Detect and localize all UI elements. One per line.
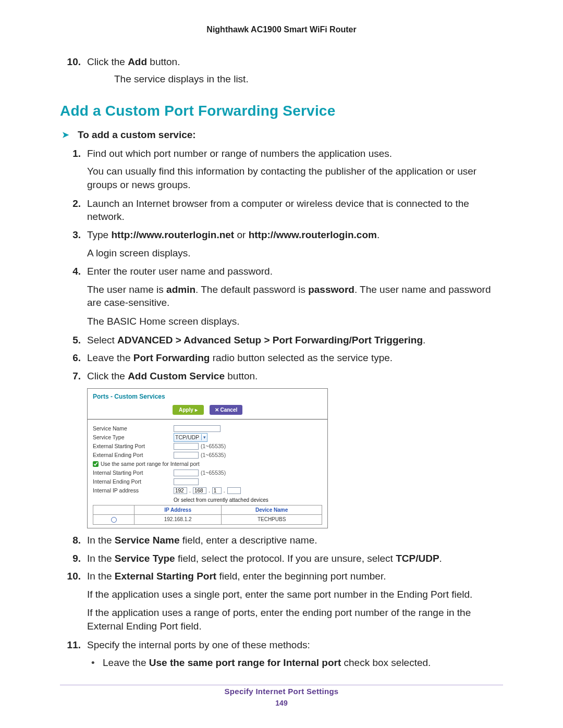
label-ext-end: External Ending Port [93,451,174,459]
service-name-input[interactable] [174,425,221,432]
list-item: 5.Select ADVANCED > Advanced Setup > Por… [60,334,503,347]
panel-title: Ports - Custom Services [88,389,327,402]
list-item: 3.Type http://www.routerlogin.net or htt… [60,228,503,242]
section-heading: Add a Custom Port Forwarding Service [60,101,503,121]
step-number: 5. [60,334,81,347]
label-ext-start: External Starting Port [93,442,174,450]
label-int-ip: Internal IP address [93,487,174,494]
pre-section-steps: 10. Click the Add button. The service di… [60,55,503,85]
row-radio[interactable] [111,517,117,523]
step-sub: The user name is admin. The default pass… [60,283,503,310]
router-ui-screenshot: Ports - Custom Services Apply ▸ ✕ Cancel… [87,388,328,528]
row-ip: 192.168.1.2 [134,515,222,525]
page-content: 10. Click the Add button. The service di… [60,55,503,673]
step-number: 1. [60,147,81,161]
step-number: 9. [60,552,81,565]
step-after: The service displays in the list. [87,72,503,86]
step-text: Enter the router user name and password. [87,266,273,277]
int-end-input[interactable] [174,478,199,485]
step-text: Click the Add Custom Service button. [87,371,258,381]
form-zone: Service Name Service Type TCP/UDP ▾ Exte… [88,419,327,528]
range-hint: (1~65535) [201,451,226,459]
button-row: Apply ▸ ✕ Cancel [88,402,327,420]
step-text: Leave the Port Forwarding radio button s… [87,352,393,363]
chevron-right-icon: ➤ [62,129,69,141]
step-number: 8. [60,534,81,547]
int-start-input[interactable] [174,470,199,476]
cancel-button[interactable]: ✕ Cancel [210,405,243,415]
step-text: In the Service Type field, select the pr… [87,553,442,564]
step-text: Type http://www.routerlogin.net or http:… [87,229,380,240]
chevron-down-icon: ▾ [201,434,206,440]
apply-button[interactable]: Apply ▸ [173,405,204,415]
step-number: 10. [60,55,81,69]
step-sub: A login screen displays. [60,246,503,260]
running-header: Nighthawk AC1900 Smart WiFi Router [0,25,563,34]
or-select-label: Or select from currently attached device… [93,495,322,504]
ip-octet-1[interactable] [174,487,187,494]
step-text: Select ADVANCED > Advanced Setup > Port … [87,335,425,346]
ext-start-input[interactable] [174,443,199,450]
lead-text: To add a custom service: [78,129,196,140]
step-10-pre: 10. Click the Add button. The service di… [60,55,503,85]
step-sub: If the application uses a range of ports… [60,606,503,633]
step-text: In the Service Name field, enter a descr… [87,535,317,546]
col-ip: IP Address [134,505,222,515]
label-int-start: Internal Starting Port [93,469,174,476]
label-service-name: Service Name [93,425,174,432]
step-text: Find out which port number or range of n… [87,148,392,159]
col-device: Device Name [222,505,322,515]
same-port-checkbox[interactable] [93,461,99,467]
service-type-value: TCP/UDP [175,434,199,441]
list-item: 2.Launch an Internet browser from a comp… [60,197,503,224]
label-int-end: Internal Ending Port [93,478,174,485]
page-footer: Specify Internet Port Settings 149 [0,687,563,707]
ip-octet-3[interactable] [212,487,222,494]
col-radio [93,505,134,515]
list-item: 8.In the Service Name field, enter a des… [60,534,503,547]
step-number: 7. [60,369,81,383]
list-item: 6.Leave the Port Forwarding radio button… [60,351,503,365]
step-text: Specify the internal ports by one of the… [87,639,310,650]
footer-section-name: Specify Internet Port Settings [0,687,563,696]
label-same-port: Use the same port range for Internal por… [101,460,200,467]
bullet-list: Leave the Use the same port range for In… [60,656,503,670]
steps-list: 1.Find out which port number or range of… [60,147,503,383]
step-number: 2. [60,197,81,211]
step-number: 11. [60,638,81,652]
range-hint: (1~65535) [201,442,226,450]
list-item: 9.In the Service Type field, select the … [60,552,503,565]
footer-rule [60,685,503,685]
list-item: 4.Enter the router user name and passwor… [60,265,503,278]
ext-end-input[interactable] [174,452,199,459]
step-sub: The BASIC Home screen displays. [60,315,503,328]
list-item: 11.Specify the internal ports by one of … [60,638,503,652]
table-row[interactable]: 192.168.1.2 TECHPUBS [93,515,322,525]
bullet-item: Leave the Use the same port range for In… [60,656,503,670]
ip-octet-4[interactable] [227,487,241,494]
row-device: TECHPUBS [222,515,322,525]
range-hint: (1~65535) [201,469,226,476]
step-text: Click the Add button. [87,56,180,67]
step-sub: If the application uses a single port, e… [60,588,503,601]
attached-devices-table: IP Address Device Name 192.168.1.2 TECHP… [93,505,322,525]
step-number: 6. [60,351,81,365]
step-number: 10. [60,570,81,583]
label-service-type: Service Type [93,434,174,441]
step-number: 3. [60,228,81,242]
steps-list-continued: 8.In the Service Name field, enter a des… [60,534,503,670]
footer-page-number: 149 [0,699,563,707]
list-item: 10.In the External Starting Port field, … [60,570,503,583]
step-text: In the External Starting Port field, ent… [87,571,386,582]
ip-octet-2[interactable] [193,487,206,494]
step-text: Launch an Internet browser from a comput… [87,198,469,223]
service-type-select[interactable]: TCP/UDP ▾ [174,433,207,442]
step-number: 4. [60,265,81,278]
step-sub: You can usually find this information by… [60,165,503,191]
lead-in: ➤ To add a custom service: [60,128,503,142]
list-item: 1.Find out which port number or range of… [60,147,503,161]
list-item: 7.Click the Add Custom Service button. [60,369,503,383]
